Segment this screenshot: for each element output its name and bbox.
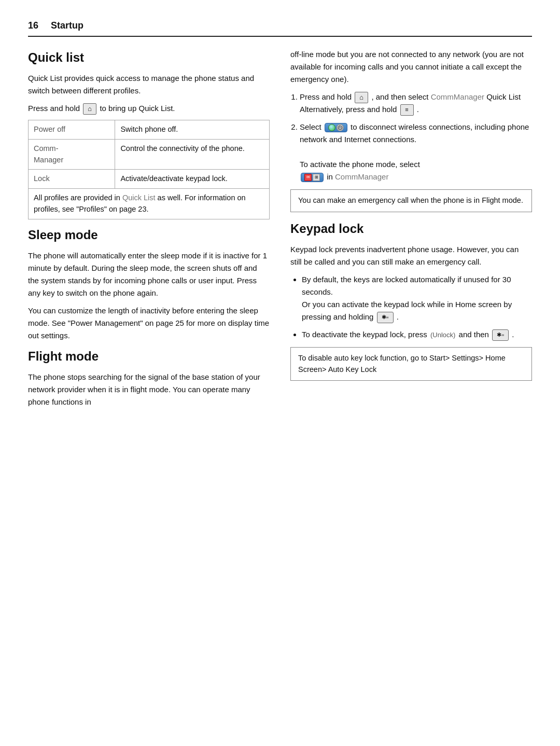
bullet2-and-then: and then	[459, 330, 492, 339]
quick-list-title: Quick list	[28, 48, 270, 67]
quick-list-link: Quick List	[122, 194, 156, 202]
home-key-icon: ⌂	[83, 103, 96, 115]
step1-press-hold: Press and hold	[300, 92, 354, 101]
step2-select-label: Select	[300, 122, 324, 131]
phone-sq-icon: ✉	[304, 174, 312, 181]
step-1: Press and hold ⌂ , and then select CommM…	[300, 91, 532, 116]
keypad-lock-bullets: By default, the keys are locked automati…	[290, 273, 532, 341]
step-2: Select ⏻ to disconnect wireless connecti…	[300, 121, 532, 183]
content-columns: Quick list Quick List provides quick acc…	[28, 48, 532, 413]
keypad-lock-intro: Keypad lock prevents inadvertent phone u…	[290, 243, 532, 268]
step1-commmanager-link: CommManager	[431, 92, 484, 101]
page-chapter: Startup	[51, 19, 83, 33]
star-key-icon-2: ✱∞	[492, 329, 509, 341]
bullet1-main: By default, the keys are locked automati…	[302, 275, 511, 296]
table-row: Power off Switch phone off.	[29, 120, 270, 140]
section-sleep-mode: Sleep mode The phone will automatically …	[28, 226, 270, 342]
sleep-mode-p2: You can customize the length of inactivi…	[28, 305, 270, 342]
table-cell-label: Lock	[29, 170, 115, 189]
emergency-note-text: You can make an emergency call when the …	[298, 196, 523, 204]
bullet-1: By default, the keys are locked automati…	[302, 273, 532, 323]
section-quick-list: Quick list Quick List provides quick acc…	[28, 48, 270, 219]
step1-alt-suffix: .	[417, 105, 419, 114]
flight-mode-title: Flight mode	[28, 347, 270, 366]
bullet2-before: To deactivate the keypad lock, press	[302, 330, 429, 339]
table-cell-desc: Switch phone off.	[115, 120, 270, 140]
flight-mode-continued: off-line mode but you are not connected …	[290, 48, 532, 86]
page: 16 Startup Quick list Quick List provide…	[0, 0, 560, 746]
auto-key-lock-note-box: To disable auto key lock function, go to…	[290, 347, 532, 381]
page-header: 16 Startup	[28, 19, 532, 37]
press-hold-suffix: to bring up Quick List.	[100, 104, 175, 113]
step2-comm-btn: ⏻	[325, 123, 347, 132]
section-flight-mode: Flight mode The phone stops searching fo…	[28, 347, 270, 408]
table-cell-label: Comm-Manager	[29, 139, 115, 170]
sleep-mode-p1: The phone will automatically enter the s…	[28, 250, 270, 299]
bullet1-sub: Or you can activate the keypad lock whil…	[302, 300, 512, 321]
bullet2-period: .	[512, 330, 514, 339]
bullet-2: To deactivate the keypad lock, press (Un…	[302, 328, 532, 341]
comm-green-circle-icon	[328, 124, 335, 131]
quick-list-press-hold: Press and hold ⌂ to bring up Quick List.	[28, 102, 270, 115]
phone-grid-icon: ⊞	[313, 174, 320, 181]
press-hold-label: Press and hold	[28, 104, 80, 113]
quick-list-table: Power off Switch phone off. Comm-Manager…	[28, 120, 270, 219]
right-column: off-line mode but you are not connected …	[290, 48, 532, 388]
table-cell-label: Power off	[29, 120, 115, 140]
step1-and-then: , and then select	[371, 92, 430, 101]
section-keypad-lock: Keypad lock Keypad lock prevents inadver…	[290, 219, 532, 381]
step2-phone-mode-btn: ✉ ⊞	[301, 173, 324, 182]
star-key-icon: ✱∞	[377, 312, 394, 323]
auto-key-lock-text: To disable auto key lock function, go to…	[298, 354, 506, 374]
table-cell-desc: Control the connectivity of the phone.	[115, 139, 270, 170]
quick-list-intro: Quick List provides quick access to mana…	[28, 72, 270, 97]
comm-power-icon: ⏻	[337, 124, 344, 131]
flight-mode-p1: The phone stops searching for the signal…	[28, 371, 270, 408]
step2-phone-mode-label: To activate the phone mode, select	[300, 160, 420, 169]
emergency-note-box: You can make an emergency call when the …	[290, 189, 532, 212]
table-row: Lock Activate/deactivate keypad lock.	[29, 170, 270, 189]
table-cell-desc: Activate/deactivate keypad lock.	[115, 170, 270, 189]
keypad-lock-title: Keypad lock	[290, 219, 532, 238]
page-number: 16	[28, 19, 38, 33]
unlock-label: (Unlock)	[430, 331, 455, 339]
left-column: Quick list Quick List provides quick acc…	[28, 48, 270, 413]
step1-menu-icon: ≡	[400, 104, 414, 116]
sleep-mode-title: Sleep mode	[28, 226, 270, 244]
step1-home-icon: ⌂	[355, 92, 368, 103]
step1-alt: Alternatively, press and hold	[300, 105, 399, 114]
bullet1-period: .	[397, 312, 399, 321]
steps-list: Press and hold ⌂ , and then select CommM…	[290, 91, 532, 183]
table-row: Comm-Manager Control the connectivity of…	[29, 139, 270, 170]
table-note-cell: All profiles are provided in Quick List …	[29, 189, 270, 219]
commmanager-label: CommManager	[335, 172, 388, 181]
table-note-row: All profiles are provided in Quick List …	[29, 189, 270, 219]
step1-quicklist: Quick List	[486, 92, 521, 101]
step2-in-commmanager: in CommManager	[327, 172, 388, 181]
